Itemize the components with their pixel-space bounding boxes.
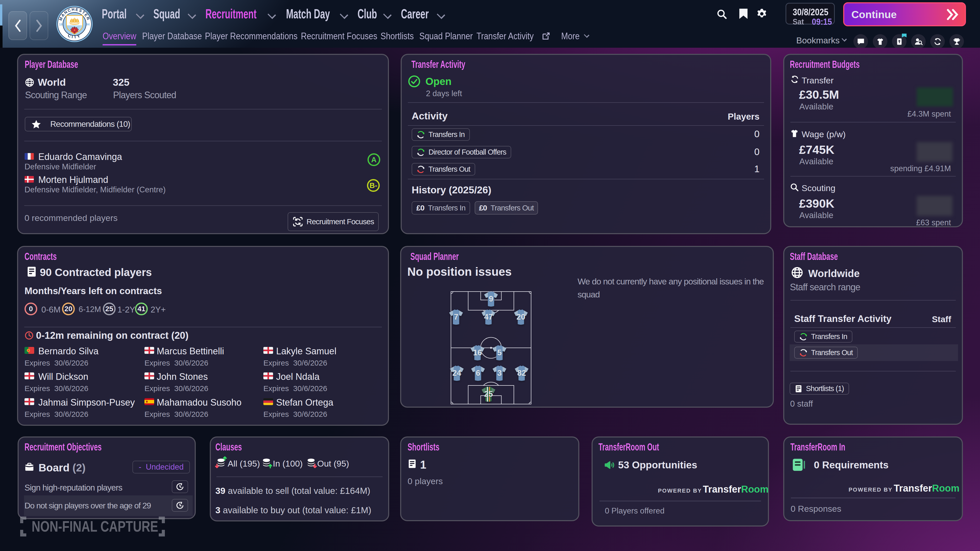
svg-text:94: 94 — [86, 23, 89, 26]
svg-text:18: 18 — [59, 23, 62, 26]
